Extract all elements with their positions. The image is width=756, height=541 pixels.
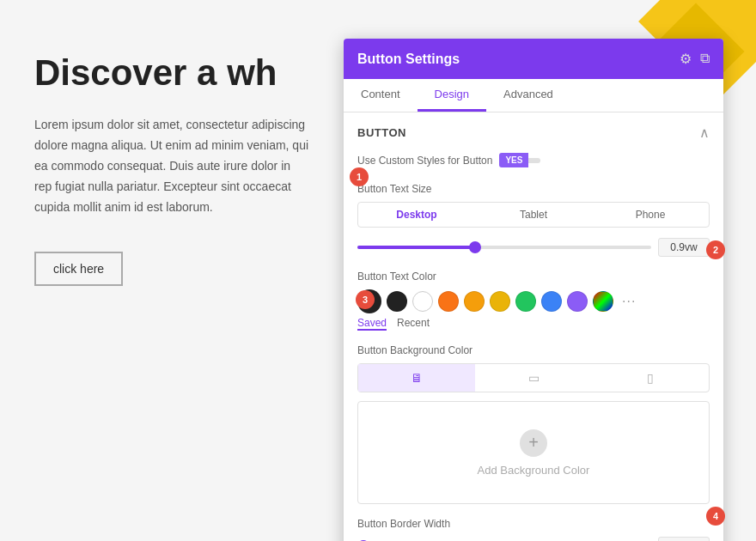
badge-1: 1: [350, 167, 369, 186]
settings-icon[interactable]: ⚙: [680, 51, 692, 67]
panel-tabs: Content Design Advanced: [344, 79, 723, 112]
device-tabs: Desktop Tablet Phone: [357, 202, 710, 228]
text-size-slider-row: 0.9vw: [357, 238, 710, 257]
color-swatch-amber[interactable]: [464, 291, 485, 312]
color-swatch-row: ✏ ···: [357, 289, 710, 313]
bg-device-tab-tablet[interactable]: ▭: [475, 364, 592, 392]
click-here-button[interactable]: click here: [34, 252, 123, 286]
color-swatch-yellow[interactable]: [490, 291, 510, 312]
device-tab-tablet[interactable]: Tablet: [475, 203, 592, 227]
badge-2: 2: [706, 240, 725, 259]
bg-device-tabs: 🖥 ▭ ▯: [357, 363, 710, 392]
panel-header: Button Settings ⚙ ⧉: [344, 39, 723, 79]
text-size-slider-track[interactable]: [357, 246, 651, 249]
settings-panel: Button Settings ⚙ ⧉ Content Design Advan…: [344, 39, 723, 541]
tab-design[interactable]: Design: [418, 79, 486, 112]
panel-body: Button ∧ Use Custom Styles for Button YE…: [344, 112, 723, 541]
badge-4: 4: [706, 507, 725, 526]
page-body-text: Lorem ipsum dolor sit amet, consectetur …: [34, 115, 309, 217]
color-swatch-green[interactable]: [515, 291, 536, 312]
button-section-header: Button ∧: [357, 125, 710, 141]
page-title: Discover a wh: [34, 52, 309, 94]
toggle-no-label: [528, 158, 540, 163]
tab-content[interactable]: Content: [344, 79, 418, 112]
bg-color-area: + Add Background Color: [357, 401, 710, 504]
badge-3: 3: [356, 290, 375, 309]
device-tab-desktop[interactable]: Desktop: [358, 203, 475, 227]
color-swatch-white[interactable]: [412, 291, 433, 312]
device-tab-phone[interactable]: Phone: [592, 203, 709, 227]
tab-advanced[interactable]: Advanced: [486, 79, 570, 112]
desktop-icon: 🖥: [411, 371, 423, 385]
panel-title: Button Settings: [357, 52, 460, 67]
custom-styles-toggle-row: Use Custom Styles for Button YES: [357, 153, 710, 167]
color-tab-recent[interactable]: Recent: [397, 317, 430, 331]
text-color-label: Button Text Color: [357, 270, 710, 283]
section-title: Button: [357, 126, 406, 139]
border-width-label: Button Border Width: [357, 518, 710, 530]
color-swatch-black[interactable]: [387, 291, 407, 312]
bg-color-label: Button Background Color: [357, 344, 710, 356]
phone-icon: ▯: [647, 371, 654, 385]
add-bg-color-button[interactable]: +: [520, 429, 547, 457]
text-size-label: Button Text Size: [357, 183, 710, 195]
color-tab-saved[interactable]: Saved: [357, 317, 387, 331]
color-more-icon[interactable]: ···: [622, 294, 636, 309]
collapse-icon[interactable]: ∧: [699, 125, 710, 141]
border-width-slider-row: 1px: [357, 537, 710, 541]
color-swatch-blue[interactable]: [541, 291, 562, 312]
color-swatch-purple[interactable]: [567, 291, 588, 312]
border-width-value[interactable]: 1px: [658, 537, 710, 541]
text-size-slider-thumb[interactable]: [469, 241, 481, 253]
bg-color-section: 🖥 ▭ ▯ + Add Background Color: [357, 363, 710, 504]
add-bg-label: Add Background Color: [478, 464, 590, 477]
color-swatch-orange[interactable]: [438, 291, 459, 312]
color-tabs-row: Saved Recent: [357, 317, 710, 331]
toggle-yes-label: YES: [499, 153, 528, 167]
bg-device-tab-desktop[interactable]: 🖥: [358, 364, 475, 392]
text-size-slider-fill: [357, 246, 475, 249]
text-size-value[interactable]: 0.9vw: [658, 238, 710, 257]
toggle-switch[interactable]: YES: [499, 153, 540, 167]
color-swatch-gradient[interactable]: [593, 291, 613, 312]
expand-icon[interactable]: ⧉: [700, 51, 710, 67]
page-content-area: Discover a wh Lorem ipsum dolor sit amet…: [0, 0, 344, 515]
bg-device-tab-phone[interactable]: ▯: [592, 364, 709, 392]
toggle-label: Use Custom Styles for Button: [357, 155, 492, 167]
tablet-icon: ▭: [528, 371, 540, 385]
panel-header-icons: ⚙ ⧉: [680, 51, 710, 67]
